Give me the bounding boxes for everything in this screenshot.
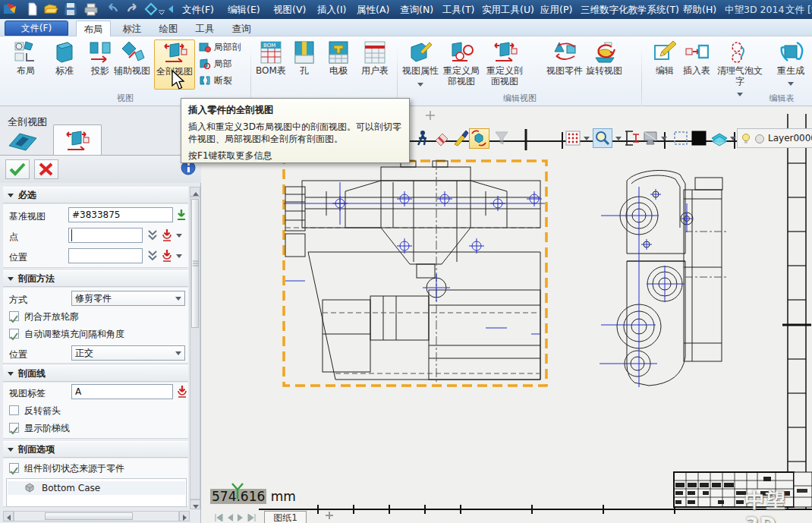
color-swatch-icon[interactable] [691,130,707,147]
show-step-checkbox[interactable] [9,423,19,433]
selection-box-icon[interactable] [672,130,689,147]
zoom-dropdown-caret-icon[interactable] [615,137,622,140]
ok-button[interactable] [5,159,30,179]
ribbon-button-local-section[interactable]: 局部剖 [199,41,241,56]
tab-layout[interactable]: 布局 [76,20,111,36]
drawing-canvas[interactable]: Layer0000 [202,106,812,523]
menu-help[interactable]: 帮助(H) [683,4,716,17]
ribbon-button-clean-balloon-text[interactable]: 清理气泡文字 [715,39,765,99]
ribbon-button-hole-table[interactable]: 孔 [291,39,317,77]
panel-hscroll-left-button[interactable] [3,511,14,521]
ribbon-button-view-parts[interactable]: 视图零件 [545,39,584,77]
panel-tab-section-active[interactable] [53,124,102,156]
display-mode-icon[interactable] [642,130,659,147]
position-expand-chevrons-icon[interactable] [147,250,158,265]
position-pick-target-icon[interactable] [161,249,173,266]
tab-tools[interactable]: 工具 [188,20,222,36]
panel-vscroll-track[interactable] [190,197,200,499]
add-sheet-button[interactable] [325,511,334,522]
walk-through-icon[interactable] [414,130,431,147]
grid-dropdown-caret-icon[interactable] [584,137,590,140]
base-view-input[interactable] [68,207,173,222]
view-label-input[interactable] [71,384,173,399]
ribbon-button-local[interactable]: 局部 [199,58,232,73]
menu-view[interactable]: 视图(V) [273,4,306,17]
layer-stack-icon[interactable] [710,130,727,147]
panel-tab-3d[interactable] [6,131,50,153]
auto-adjust-checkbox[interactable] [9,329,19,339]
ribbon-button-layout[interactable]: 布局 [6,39,46,77]
next-sheet-button[interactable] [237,513,244,523]
measure-icon[interactable] [624,130,640,147]
point-expand-chevrons-icon[interactable] [147,229,158,244]
close-open-profile-checkbox[interactable] [9,311,19,321]
sheet-tab-active[interactable]: 图纸1 [264,511,307,523]
ribbon-button-rotate-view[interactable]: 旋转视图 [584,39,624,77]
panel-hscroll-thumb[interactable] [45,512,133,520]
ribbon-button-regenerate[interactable]: 重生成 [770,39,812,88]
menu-insert[interactable]: 插入(I) [317,4,346,17]
section-header-options[interactable]: 剖面选项 [3,441,188,458]
ribbon-button-redefine-section-view[interactable]: 重定义剖面视图 [483,39,527,87]
menu-tools[interactable]: 工具(T) [442,4,474,17]
base-view-pick-icon[interactable] [175,208,187,225]
ribbon-button-user-table[interactable]: 用户表 [357,39,393,77]
layer-state-circle-icon[interactable] [754,134,765,144]
ribbon-button-broken[interactable]: 断裂 [199,74,232,90]
dropdown-caret-icon[interactable] [788,82,794,86]
tab-draw[interactable]: 绘图 [152,20,185,36]
position-options-caret-icon[interactable] [176,254,182,258]
ribbon-button-bom-table[interactable]: BOM BOM表 [253,39,288,77]
panel-hscroll-track[interactable] [14,511,179,521]
layer-combo[interactable]: Layer0000 [737,128,812,148]
panel-vscroll-up-button[interactable] [190,187,200,197]
menu-utilities[interactable]: 实用工具(U) [482,4,534,17]
panel-vscroll-thumb[interactable] [191,199,199,328]
list-item-bottom-case[interactable]: Bottom Case [8,481,185,495]
view-label-pick-target-icon[interactable] [176,385,188,402]
eraser-icon[interactable] [433,130,450,147]
collapse-menu-icon[interactable] [167,5,181,18]
view-navigate-icon[interactable] [144,2,158,16]
paintbrush-icon[interactable] [452,130,469,147]
point-input[interactable] [68,228,143,243]
point-pick-target-icon[interactable] [161,228,173,245]
ribbon-button-insert-table[interactable]: 插入表 [680,39,713,77]
dropdown-caret-icon[interactable] [737,93,743,96]
ribbon-button-electrode-table[interactable]: 电极 [322,39,355,77]
ribbon-button-edit[interactable]: 编辑 [650,39,680,77]
save-icon[interactable] [64,2,77,16]
open-file-icon[interactable] [44,2,58,16]
prev-sheet-button[interactable] [226,513,234,523]
menu-inquire[interactable]: 查询(N) [400,4,433,17]
grid-snap-icon[interactable] [565,130,581,147]
flip-arrow-checkbox[interactable] [9,405,19,415]
tab-inquire[interactable]: 查询 [225,20,258,36]
cancel-button[interactable] [34,159,58,179]
menu-3d-teaching-system[interactable]: 三维数字化教学系统(T) [581,4,679,17]
undo-icon[interactable] [105,2,118,16]
first-sheet-button[interactable] [214,513,223,523]
layer-dropdown-caret-icon[interactable] [730,137,736,140]
ribbon-button-standard[interactable]: 标准 [47,39,82,77]
filter-icon[interactable] [493,130,510,147]
method-mode-select[interactable]: 修剪零件 [71,291,185,306]
zoom-tool-icon[interactable] [593,128,612,148]
tab-annotate[interactable]: 标注 [115,20,149,36]
menu-edit[interactable]: 编辑(E) [228,4,260,17]
new-file-icon[interactable] [26,2,39,16]
section-header-required[interactable]: 必选 [3,187,188,203]
menu-attributes[interactable]: 属性(A) [357,4,389,17]
bulb-icon[interactable] [741,133,751,145]
panel-hscroll-right-button[interactable] [179,511,190,521]
panel-vscroll-down-button[interactable] [190,499,200,509]
menu-applications[interactable]: 应用(P) [540,4,572,17]
ribbon-button-redefine-local-view[interactable]: 重定义局部视图 [441,39,482,87]
display-dropdown-caret-icon[interactable] [661,137,667,140]
section-header-hatch[interactable]: 剖面线 [3,365,188,382]
drawing-side-view[interactable] [598,158,735,395]
section-header-method[interactable]: 剖面方法 [3,270,188,287]
file-menu-button[interactable]: 文件(F) [5,20,68,36]
position-input[interactable] [68,248,143,263]
method-position-select[interactable]: 正交 [71,345,185,361]
